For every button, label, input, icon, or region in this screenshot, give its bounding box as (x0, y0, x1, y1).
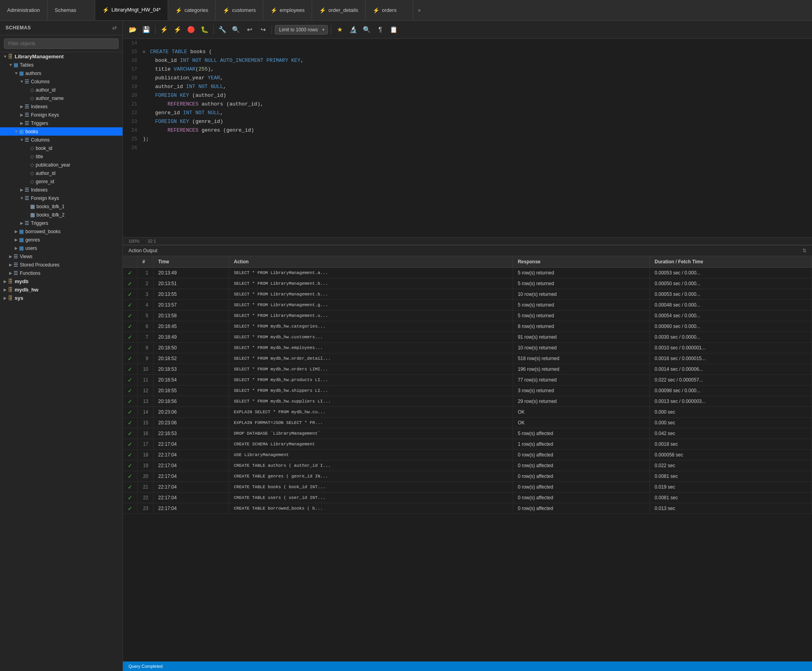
sidebar-item-books-ibfk-1[interactable]: ▦ books_ibfk_1 (0, 202, 123, 211)
status-cell: ✓ (123, 385, 138, 396)
bookmark-button[interactable]: ★ (334, 24, 346, 36)
action-cell: SELECT * FROM LibraryManagement.g... (229, 300, 513, 311)
execute-button[interactable]: ⚡ (158, 24, 170, 36)
sidebar-item-users[interactable]: ▶ ▦ users (0, 244, 123, 252)
response-cell: 3 row(s) returned (513, 385, 649, 396)
sidebar-item-books-columns[interactable]: ▼ ☰ Columns (0, 136, 123, 144)
ok-icon: ✓ (128, 355, 132, 362)
row-num-cell: 14 (138, 407, 153, 418)
sidebar-item-publication-year[interactable]: ◇ publication_year (0, 161, 123, 169)
status-cell: ✓ (123, 353, 138, 364)
duration-cell: 0.042 sec (649, 428, 812, 439)
table-row: ✓ 9 20:18:52 SELECT * FROM mydb_hw.order… (123, 353, 812, 364)
sidebar-item-authors-triggers[interactable]: ▶ ☰ Triggers (0, 119, 123, 127)
table-row: ✓ 2 20:13:51 SELECT * FROM LibraryManage… (123, 278, 812, 289)
response-cell: 5 row(s) returned (513, 311, 649, 321)
table-row: ✓ 7 20:18:49 SELECT * FROM mydb_hw.custo… (123, 332, 812, 343)
sidebar-item-genres[interactable]: ▶ ▦ genres (0, 236, 123, 244)
sidebar-title: SCHEMAS (6, 25, 31, 31)
snippet-button[interactable]: 📋 (388, 24, 400, 36)
sidebar-item-authors-indexes[interactable]: ▶ ☰ Indexes (0, 102, 123, 111)
sidebar-item-genre-id[interactable]: ◇ genre_id (0, 177, 123, 186)
action-cell: SELECT * FROM mydb_hw.orders LIMI... (229, 364, 513, 375)
sidebar-item-mydb-hw[interactable]: ▶ 🗄 mydb_hw (0, 286, 123, 294)
undo-button[interactable]: ↩ (243, 24, 255, 36)
zoom-in-button[interactable]: 🔍 (361, 24, 373, 36)
sidebar-item-mydb[interactable]: ▶ 🗄 mydb (0, 277, 123, 286)
limit-select[interactable]: Don't Limit Limit to 10 rows Limit to 10… (275, 25, 328, 35)
sidebar-item-librarymgmt[interactable]: ▼ 🗄 LibraryManagement (0, 52, 123, 61)
sidebar-item-tables[interactable]: ▼ ▦ Tables (0, 61, 123, 69)
format-button[interactable]: 🔧 (216, 24, 228, 36)
sidebar-item-book-id[interactable]: ◇ book_id (0, 144, 123, 152)
time-cell: 22:17:04 (153, 450, 229, 460)
separator (213, 25, 214, 34)
help-button[interactable]: ¶ (374, 24, 386, 36)
table-row: ✓ 18 22:17:04 USE LibraryManagement 0 ro… (123, 450, 812, 460)
output-sort-icon[interactable]: ⇅ (802, 248, 806, 253)
time-cell: 20:18:49 (153, 332, 229, 343)
search-input[interactable] (4, 38, 119, 49)
sidebar-item-authors-fkeys[interactable]: ▶ ☰ Foreign Keys (0, 111, 123, 119)
status-cell: ✓ (123, 300, 138, 311)
stop-button[interactable]: 🔴 (185, 24, 197, 36)
save-button[interactable]: 💾 (140, 24, 152, 36)
tab-label: order_details (328, 7, 358, 13)
tab-label: customers (232, 7, 256, 13)
tab-order-details[interactable]: ⚡ order_details (312, 0, 366, 20)
sidebar-item-borrowed-books[interactable]: ▶ ▦ borrowed_books (0, 227, 123, 236)
sidebar-refresh-icon[interactable]: ⇄ (112, 25, 117, 31)
sidebar-item-title[interactable]: ◇ title (0, 152, 123, 161)
ok-icon: ✓ (128, 334, 132, 340)
sidebar-item-authors[interactable]: ▼ ▦ authors (0, 69, 123, 77)
sidebar-item-books-indexes[interactable]: ▶ ☰ Indexes (0, 186, 123, 194)
status-cell: ✓ (123, 311, 138, 321)
find-button[interactable]: 🔍 (230, 24, 242, 36)
tab-schemas[interactable]: Schemas (48, 0, 95, 20)
duration-cell: 0.022 sec (649, 460, 812, 471)
tab-customers[interactable]: ⚡ customers (216, 0, 263, 20)
sidebar-item-functions[interactable]: ▶ ☰ Functions (0, 269, 123, 277)
tab-categories[interactable]: ⚡ categories (168, 0, 216, 20)
sidebar-item-authors-columns[interactable]: ▼ ☰ Columns (0, 77, 123, 86)
column-label: book_id (36, 146, 52, 151)
table-label: genres (25, 237, 40, 243)
output-table[interactable]: # Time Action Response Duration / Fetch … (123, 256, 812, 661)
open-file-button[interactable]: 📂 (127, 24, 139, 36)
tab-overflow-button[interactable]: » (413, 0, 425, 20)
duration-cell: 0.0081 sec (649, 493, 812, 503)
redo-button[interactable]: ↪ (257, 24, 269, 36)
action-cell: CREATE TABLE users ( user_id INT... (229, 493, 513, 503)
tab-administration[interactable]: Administration (0, 0, 48, 20)
table-row: ✓ 4 20:13:57 SELECT * FROM LibraryManage… (123, 300, 812, 311)
sidebar-item-stored-procedures[interactable]: ▶ ☰ Stored Procedures (0, 261, 123, 269)
separator (272, 25, 272, 34)
sidebar-item-books-ibfk-2[interactable]: ▦ books_ibfk_2 (0, 211, 123, 219)
sidebar-item-books-triggers[interactable]: ▶ ☰ Triggers (0, 219, 123, 227)
views-icon: ☰ (13, 253, 18, 259)
schema-button[interactable]: 🔬 (347, 24, 359, 36)
toggle-icon: ▶ (8, 263, 13, 267)
sidebar-item-author-id-books[interactable]: ◇ author_id (0, 169, 123, 177)
time-cell: 20:18:52 (153, 353, 229, 364)
response-cell: 0 row(s) affected (513, 460, 649, 471)
code-editor[interactable]: 14 15 ⊖ CREATE TABLE books ( 16 book_id … (123, 39, 812, 237)
fkey-label: books_ibfk_1 (36, 204, 65, 209)
response-cell: 10 row(s) returned (513, 289, 649, 300)
duration-cell: 0.00098 sec / 0.000... (649, 385, 812, 396)
sidebar-item-books-fkeys[interactable]: ▼ ☰ Foreign Keys (0, 194, 123, 202)
code-line: 23 FOREIGN KEY (genre_id) (123, 117, 812, 126)
tab-orders[interactable]: ⚡ orders (366, 0, 413, 20)
tab-librarymgnt[interactable]: ⚡ LibraryMngt_HW_04* (95, 0, 168, 20)
sidebar-item-sys[interactable]: ▶ 🗄 sys (0, 294, 123, 302)
sidebar-item-author-name[interactable]: ◇ author_name (0, 94, 123, 102)
table-icon: ▦ (19, 245, 24, 251)
sidebar-item-views[interactable]: ▶ ☰ Views (0, 252, 123, 261)
sidebar-item-books[interactable]: ▼ ▦ books (0, 127, 123, 136)
debug-button[interactable]: 🐛 (199, 24, 211, 36)
execute-selection-button[interactable]: ⚡ (172, 24, 184, 36)
ok-icon: ✓ (128, 484, 132, 490)
collapse-icon[interactable]: ⊖ (143, 50, 146, 54)
sidebar-item-author-id[interactable]: ◇ author_id (0, 86, 123, 94)
tab-employees[interactable]: ⚡ employees (263, 0, 312, 20)
